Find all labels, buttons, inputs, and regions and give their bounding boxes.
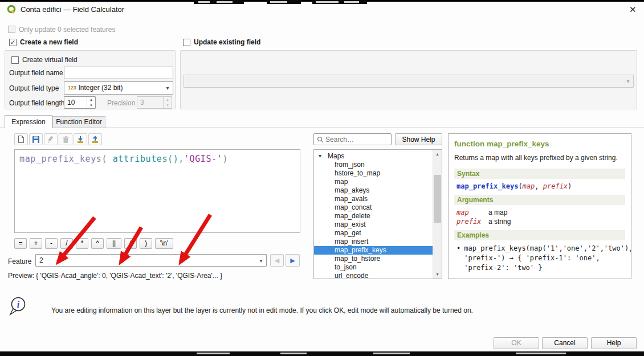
operator-divide-button[interactable]: / <box>60 238 73 249</box>
import-expression-button[interactable] <box>74 133 87 145</box>
spinner-arrows-icon[interactable]: ▴▾ <box>87 97 95 108</box>
scroll-down-icon[interactable]: ▾ <box>433 270 442 279</box>
operator-multiply-button[interactable]: * <box>76 238 88 249</box>
existing-field-combo[interactable]: ▾ <box>184 75 634 88</box>
scroll-up-icon[interactable]: ▴ <box>433 150 442 158</box>
screen: Conta edifici — Field Calculator ✕ Only … <box>0 0 644 356</box>
function-item[interactable]: url_encode <box>314 272 433 279</box>
operator-concat-button[interactable]: || <box>107 238 121 249</box>
arguments-header: Arguments <box>454 195 625 205</box>
feature-combo[interactable]: 2 ▾ <box>35 254 267 267</box>
output-length-value: 10 <box>67 99 75 107</box>
tree-group-maps[interactable]: ▾ Maps <box>314 152 442 161</box>
qgis-logo-icon <box>7 5 17 14</box>
checkmark-icon: ✓ <box>10 39 15 46</box>
expression-editor[interactable]: map_prefix_keys( attributes(),'QGIS-') <box>14 149 300 233</box>
precision-value: 3 <box>140 99 144 107</box>
operator-open-paren-button[interactable]: ( <box>124 238 137 249</box>
trash-icon <box>62 136 70 144</box>
export-up-icon <box>91 136 99 144</box>
function-item-selected[interactable]: map_prefix_keys <box>314 246 433 255</box>
output-length-spinner[interactable]: 10 ▴▾ <box>64 96 96 109</box>
expression-text: map_prefix_keys( attributes(),'QGIS-') <box>15 150 300 168</box>
operator-close-paren-button[interactable]: ) <box>140 238 152 249</box>
feature-label: Feature <box>8 257 31 265</box>
scrollbar-thumb[interactable] <box>434 175 441 223</box>
argument-row: prefix a string <box>456 218 625 226</box>
update-existing-label: Update existing field <box>194 38 260 46</box>
update-existing-checkbox[interactable] <box>183 39 190 46</box>
syntax-header: Syntax <box>454 169 625 179</box>
show-help-button[interactable]: Show Help <box>395 133 442 145</box>
operator-power-button[interactable]: ^ <box>91 238 104 249</box>
import-down-icon <box>76 136 84 144</box>
syntax-line: map_prefix_keys(map, prefix) <box>456 182 625 190</box>
help-button[interactable]: Help <box>591 337 637 349</box>
search-icon <box>317 136 324 143</box>
collapse-icon[interactable]: ▾ <box>319 152 321 161</box>
function-item[interactable]: map_concat <box>314 203 433 212</box>
precision-spinner[interactable]: 3 ▴▾ <box>137 96 172 109</box>
function-item[interactable]: map_akeys <box>314 186 433 195</box>
new-expression-button[interactable] <box>14 133 28 145</box>
examples-header: Examples <box>454 230 625 240</box>
spinner-arrows-icon: ▴▾ <box>163 97 172 108</box>
export-expression-button[interactable] <box>88 133 102 145</box>
function-search <box>313 133 392 145</box>
background-taskbar <box>0 351 644 356</box>
bullet-icon: • <box>456 244 460 272</box>
search-input[interactable] <box>325 134 389 144</box>
only-update-checkbox[interactable] <box>8 26 15 33</box>
background-fragment <box>267 0 301 4</box>
function-item[interactable]: to_json <box>314 263 433 272</box>
function-item[interactable]: map_avals <box>314 195 433 203</box>
create-virtual-checkbox[interactable] <box>11 56 19 64</box>
delete-expression-button[interactable] <box>59 133 72 145</box>
operator-newline-button[interactable]: '\n' <box>155 238 173 249</box>
ok-button[interactable]: OK <box>494 337 539 349</box>
operator-equals-button[interactable]: = <box>14 238 27 249</box>
tab-expression[interactable]: Expression <box>5 115 52 128</box>
function-item[interactable]: map <box>314 178 433 186</box>
precision-label: Precision <box>107 99 135 107</box>
next-feature-button[interactable]: ▶ <box>286 254 300 267</box>
function-item[interactable]: map_insert <box>314 238 433 246</box>
create-new-field-checkbox[interactable]: ✓ <box>9 39 17 46</box>
feature-value: 2 <box>39 256 43 264</box>
example-item: • map_prefix_keys(map('1','one','2','two… <box>456 244 625 272</box>
window-title: Conta edifici — Field Calculator <box>21 5 124 14</box>
expression-string-literal: 'QGIS-' <box>184 154 222 164</box>
argument-name: prefix <box>456 218 488 226</box>
cancel-button[interactable]: Cancel <box>542 337 588 349</box>
output-field-name-input[interactable] <box>64 67 173 79</box>
argument-desc: a string <box>488 218 625 226</box>
preview-label: Preview: <box>8 272 34 280</box>
operator-minus-button[interactable]: - <box>45 238 58 249</box>
background-fragment <box>194 0 244 4</box>
output-type-value: Integer (32 bit) <box>78 84 123 92</box>
expression-inner-function: attributes <box>113 154 168 164</box>
tree-scrollbar[interactable]: ▴ ▾ <box>433 150 442 279</box>
function-item[interactable]: map_exist <box>314 220 433 229</box>
function-item[interactable]: from_json <box>314 161 433 169</box>
tab-divider <box>0 128 644 128</box>
save-expression-button[interactable] <box>29 133 43 145</box>
close-icon[interactable]: ✕ <box>629 5 637 15</box>
svg-text:i: i <box>17 300 20 309</box>
edit-expression-button[interactable] <box>44 133 58 145</box>
new-file-icon <box>17 135 25 144</box>
function-item[interactable]: map_get <box>314 229 433 238</box>
help-description: Returns a map with all keys prefixed by … <box>454 154 625 162</box>
previous-feature-button[interactable]: ◀ <box>270 254 284 267</box>
output-field-type-combo[interactable]: 123 Integer (32 bit) ▾ <box>64 81 173 95</box>
function-item[interactable]: hstore_to_map <box>314 169 433 178</box>
expression-function: map_prefix_keys <box>19 154 101 164</box>
function-tree: ▾ Maps from_json hstore_to_map map map_a… <box>313 149 442 279</box>
output-type-label: Output field type <box>9 84 59 92</box>
function-item[interactable]: map_to_hstore <box>314 255 433 263</box>
function-item[interactable]: map_delete <box>314 212 433 220</box>
edit-mode-notice: You are editing information on this laye… <box>51 306 587 314</box>
background-fragment <box>312 0 367 4</box>
operator-plus-button[interactable]: + <box>30 238 42 249</box>
tab-function-editor[interactable]: Function Editor <box>52 116 105 128</box>
